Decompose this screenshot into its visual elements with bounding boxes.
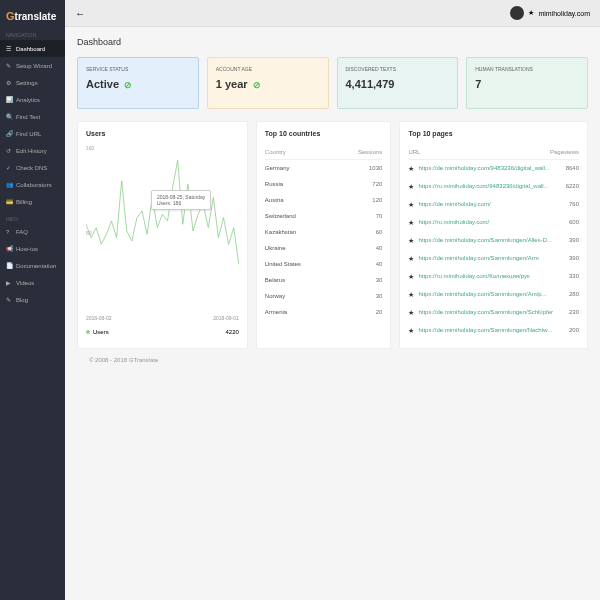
table-row: Ukraine40: [265, 240, 383, 256]
page-link[interactable]: https://de.mimiholiday.com/Sammlungen/Sc…: [418, 309, 553, 317]
sidebar-item-videos[interactable]: ▶Videos: [0, 274, 65, 291]
nav-icon: ✎: [6, 296, 12, 303]
table-row: Norway30: [265, 288, 383, 304]
site-name: mimiholiday.com: [538, 10, 590, 17]
page-link[interactable]: https://de.mimiholiday.com/9483236/digit…: [418, 165, 553, 173]
chart-date-end: 2018-09-01: [213, 315, 239, 321]
nav-icon: 🔍: [6, 113, 12, 120]
sidebar-item-find-url[interactable]: 🔗Find URL: [0, 125, 65, 142]
sidebar-item-setup-wizard[interactable]: ✎Setup Wizard: [0, 57, 65, 74]
user-menu[interactable]: ★mimiholiday.com: [510, 6, 590, 20]
table-row: Switzerland70: [265, 208, 383, 224]
star-icon[interactable]: ★: [408, 255, 414, 263]
users-panel-title: Users: [86, 130, 239, 137]
countries-panel: Top 10 countries CountrySessions Germany…: [256, 121, 392, 349]
legend-dot: [86, 330, 90, 334]
table-row: ★https://de.mimiholiday.com/Sammlungen/A…: [408, 250, 579, 268]
table-row: ★https://de.mimiholiday.com/Sammlungen/N…: [408, 322, 579, 340]
table-row: ★https://ru.mimiholiday.com/9483236/digi…: [408, 178, 579, 196]
star-icon[interactable]: ★: [408, 291, 414, 299]
table-row: ★https://ru.mimiholiday.com/Коллекции/ру…: [408, 268, 579, 286]
nav-section-info: INFO: [0, 210, 65, 224]
line-chart: [86, 151, 239, 311]
star-icon[interactable]: ★: [408, 201, 414, 209]
sidebar-item-edit-history[interactable]: ↺Edit History: [0, 142, 65, 159]
sidebar-item-find-text[interactable]: 🔍Find Text: [0, 108, 65, 125]
page-link[interactable]: https://ru.mimiholiday.com/Коллекции/рук: [418, 273, 553, 281]
nav-icon: ⚙: [6, 79, 12, 86]
users-chart: 160 2018-08-25, Saturday Users: 186 80 2…: [86, 145, 239, 325]
stat-card: HUMAN TRANSLATIONS7: [466, 57, 588, 109]
avatar: [510, 6, 524, 20]
star-icon[interactable]: ★: [408, 273, 414, 281]
star-icon[interactable]: ★: [408, 237, 414, 245]
nav-icon: 👥: [6, 181, 12, 188]
users-panel: Users 160 2018-08-25, Saturday Users: 18…: [77, 121, 248, 349]
table-row: Russia720: [265, 176, 383, 192]
table-row: ★https://de.mimiholiday.com/9483236/digi…: [408, 160, 579, 178]
sidebar-item-billing[interactable]: 💳Billing: [0, 193, 65, 210]
star-icon[interactable]: ★: [408, 219, 414, 227]
sidebar-item-blog[interactable]: ✎Blog: [0, 291, 65, 308]
nav-icon: ↺: [6, 147, 12, 154]
logo: Gtranslate: [0, 6, 65, 26]
star-icon[interactable]: ★: [408, 165, 414, 173]
star-icon[interactable]: ★: [408, 327, 414, 335]
page-link[interactable]: https://de.mimiholiday.com/Sammlungen/Al…: [418, 237, 553, 245]
sidebar-item-collaborators[interactable]: 👥Collaborators: [0, 176, 65, 193]
page-link[interactable]: https://de.mimiholiday.com/Sammlungen/Na…: [418, 327, 553, 335]
page-link[interactable]: https://de.mimiholiday.com/Sammlungen/Am…: [418, 291, 553, 299]
footer: © 2008 - 2018 GTranslate: [77, 349, 588, 371]
nav-icon: ▶: [6, 279, 12, 286]
nav-icon: 📢: [6, 245, 12, 252]
table-row: ★https://ru.mimiholiday.com/600: [408, 214, 579, 232]
sidebar-item-faq[interactable]: ?FAQ: [0, 224, 65, 240]
nav-icon: 📄: [6, 262, 12, 269]
topbar: ← ★mimiholiday.com: [65, 0, 600, 27]
table-row: ★https://de.mimiholiday.com/Sammlungen/A…: [408, 286, 579, 304]
table-row: ★https://de.mimiholiday.com/Sammlungen/A…: [408, 232, 579, 250]
sidebar-item-check-dns[interactable]: ✓Check DNS: [0, 159, 65, 176]
table-row: ★https://de.mimiholiday.com/Sammlungen/S…: [408, 304, 579, 322]
star-icon[interactable]: ★: [408, 309, 414, 317]
sidebar-item-analytics[interactable]: 📊Analytics: [0, 91, 65, 108]
sidebar-item-how-tos[interactable]: 📢How-tos: [0, 240, 65, 257]
nav-icon: 🔗: [6, 130, 12, 137]
page-link[interactable]: https://ru.mimiholiday.com/9483236/digit…: [418, 183, 553, 191]
pages-panel: Top 10 pages URLPageviews ★https://de.mi…: [399, 121, 588, 349]
stat-card: SERVICE STATUSActive ⊘: [77, 57, 199, 109]
menu-toggle-icon[interactable]: ←: [75, 8, 85, 19]
table-row: United States40: [265, 256, 383, 272]
stat-card: ACCOUNT AGE1 year ⊘: [207, 57, 329, 109]
page-title: Dashboard: [77, 37, 588, 47]
stat-card: DISCOVERED TEXTS4,411,479: [337, 57, 459, 109]
table-row: Kazakhstan60: [265, 224, 383, 240]
nav-icon: ☰: [6, 45, 12, 52]
nav-section-navigation: NAVIGATION: [0, 26, 65, 40]
nav-icon: ✓: [6, 164, 12, 171]
page-link[interactable]: https://de.mimiholiday.com/Sammlungen/Ar…: [418, 255, 553, 263]
table-row: Armenia20: [265, 304, 383, 320]
nav-icon: 📊: [6, 96, 12, 103]
page-link[interactable]: https://ru.mimiholiday.com/: [418, 219, 553, 227]
users-total: 4220: [225, 329, 238, 335]
table-row: Belarus30: [265, 272, 383, 288]
page-link[interactable]: https://de.mimiholiday.com/: [418, 201, 553, 209]
nav-icon: ✎: [6, 62, 12, 69]
table-row: Austria120: [265, 192, 383, 208]
sidebar-item-documentation[interactable]: 📄Documentation: [0, 257, 65, 274]
chart-date-start: 2018-08-02: [86, 315, 112, 321]
sidebar-item-dashboard[interactable]: ☰Dashboard: [0, 40, 65, 57]
star-icon[interactable]: ★: [408, 183, 414, 191]
sidebar: Gtranslate NAVIGATION ☰Dashboard✎Setup W…: [0, 0, 65, 600]
table-row: ★https://de.mimiholiday.com/760: [408, 196, 579, 214]
table-row: Germany1030: [265, 160, 383, 176]
sidebar-item-settings[interactable]: ⚙Settings: [0, 74, 65, 91]
chart-tooltip: 2018-08-25, Saturday Users: 186: [151, 190, 211, 210]
nav-icon: ?: [6, 229, 12, 235]
nav-icon: 💳: [6, 198, 12, 205]
